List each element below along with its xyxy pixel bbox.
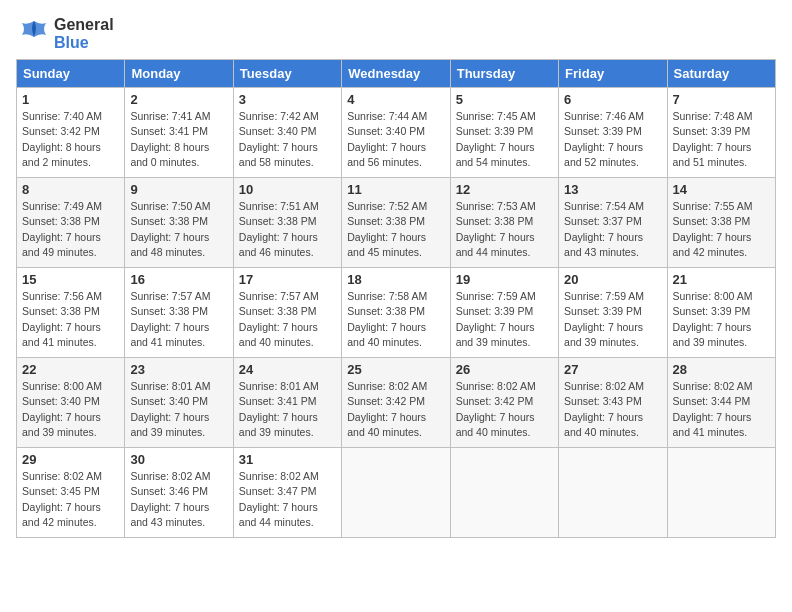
day-info: Sunrise: 8:02 AMSunset: 3:42 PMDaylight:…	[347, 379, 444, 440]
calendar-cell: 14Sunrise: 7:55 AMSunset: 3:38 PMDayligh…	[667, 178, 775, 268]
day-number: 19	[456, 272, 553, 287]
day-number: 14	[673, 182, 770, 197]
calendar-cell: 30Sunrise: 8:02 AMSunset: 3:46 PMDayligh…	[125, 448, 233, 538]
day-info: Sunrise: 8:02 AMSunset: 3:47 PMDaylight:…	[239, 469, 336, 530]
day-info: Sunrise: 7:48 AMSunset: 3:39 PMDaylight:…	[673, 109, 770, 170]
logo-container: General Blue	[16, 16, 114, 51]
col-header-monday: Monday	[125, 60, 233, 88]
calendar-cell: 28Sunrise: 8:02 AMSunset: 3:44 PMDayligh…	[667, 358, 775, 448]
day-number: 2	[130, 92, 227, 107]
day-number: 31	[239, 452, 336, 467]
day-info: Sunrise: 8:01 AMSunset: 3:40 PMDaylight:…	[130, 379, 227, 440]
calendar-cell: 31Sunrise: 8:02 AMSunset: 3:47 PMDayligh…	[233, 448, 341, 538]
day-number: 16	[130, 272, 227, 287]
logo-general-text: General	[54, 16, 114, 33]
day-number: 17	[239, 272, 336, 287]
day-number: 18	[347, 272, 444, 287]
calendar-week-row: 29Sunrise: 8:02 AMSunset: 3:45 PMDayligh…	[17, 448, 776, 538]
day-number: 5	[456, 92, 553, 107]
day-number: 9	[130, 182, 227, 197]
day-info: Sunrise: 8:02 AMSunset: 3:44 PMDaylight:…	[673, 379, 770, 440]
calendar-header-row: SundayMondayTuesdayWednesdayThursdayFrid…	[17, 60, 776, 88]
day-info: Sunrise: 7:45 AMSunset: 3:39 PMDaylight:…	[456, 109, 553, 170]
calendar-cell: 2Sunrise: 7:41 AMSunset: 3:41 PMDaylight…	[125, 88, 233, 178]
page-header: General Blue	[16, 16, 776, 51]
day-info: Sunrise: 8:00 AMSunset: 3:39 PMDaylight:…	[673, 289, 770, 350]
calendar-cell: 6Sunrise: 7:46 AMSunset: 3:39 PMDaylight…	[559, 88, 667, 178]
calendar-week-row: 8Sunrise: 7:49 AMSunset: 3:38 PMDaylight…	[17, 178, 776, 268]
calendar-cell: 3Sunrise: 7:42 AMSunset: 3:40 PMDaylight…	[233, 88, 341, 178]
day-number: 3	[239, 92, 336, 107]
day-number: 13	[564, 182, 661, 197]
day-number: 20	[564, 272, 661, 287]
day-info: Sunrise: 8:02 AMSunset: 3:43 PMDaylight:…	[564, 379, 661, 440]
day-info: Sunrise: 7:50 AMSunset: 3:38 PMDaylight:…	[130, 199, 227, 260]
day-info: Sunrise: 7:41 AMSunset: 3:41 PMDaylight:…	[130, 109, 227, 170]
calendar-week-row: 1Sunrise: 7:40 AMSunset: 3:42 PMDaylight…	[17, 88, 776, 178]
day-info: Sunrise: 7:58 AMSunset: 3:38 PMDaylight:…	[347, 289, 444, 350]
day-number: 25	[347, 362, 444, 377]
calendar-cell: 26Sunrise: 8:02 AMSunset: 3:42 PMDayligh…	[450, 358, 558, 448]
day-info: Sunrise: 7:57 AMSunset: 3:38 PMDaylight:…	[239, 289, 336, 350]
calendar-cell: 21Sunrise: 8:00 AMSunset: 3:39 PMDayligh…	[667, 268, 775, 358]
day-number: 10	[239, 182, 336, 197]
day-number: 6	[564, 92, 661, 107]
calendar-cell: 10Sunrise: 7:51 AMSunset: 3:38 PMDayligh…	[233, 178, 341, 268]
day-info: Sunrise: 8:02 AMSunset: 3:45 PMDaylight:…	[22, 469, 119, 530]
day-info: Sunrise: 7:53 AMSunset: 3:38 PMDaylight:…	[456, 199, 553, 260]
col-header-tuesday: Tuesday	[233, 60, 341, 88]
calendar-cell: 1Sunrise: 7:40 AMSunset: 3:42 PMDaylight…	[17, 88, 125, 178]
day-info: Sunrise: 7:59 AMSunset: 3:39 PMDaylight:…	[456, 289, 553, 350]
logo-bird-icon	[16, 19, 52, 49]
day-number: 22	[22, 362, 119, 377]
day-number: 7	[673, 92, 770, 107]
day-info: Sunrise: 7:46 AMSunset: 3:39 PMDaylight:…	[564, 109, 661, 170]
calendar-table: SundayMondayTuesdayWednesdayThursdayFrid…	[16, 59, 776, 538]
day-number: 26	[456, 362, 553, 377]
calendar-cell: 29Sunrise: 8:02 AMSunset: 3:45 PMDayligh…	[17, 448, 125, 538]
day-number: 29	[22, 452, 119, 467]
calendar-cell: 12Sunrise: 7:53 AMSunset: 3:38 PMDayligh…	[450, 178, 558, 268]
day-number: 21	[673, 272, 770, 287]
col-header-sunday: Sunday	[17, 60, 125, 88]
calendar-cell: 23Sunrise: 8:01 AMSunset: 3:40 PMDayligh…	[125, 358, 233, 448]
calendar-cell: 24Sunrise: 8:01 AMSunset: 3:41 PMDayligh…	[233, 358, 341, 448]
day-info: Sunrise: 7:52 AMSunset: 3:38 PMDaylight:…	[347, 199, 444, 260]
calendar-week-row: 15Sunrise: 7:56 AMSunset: 3:38 PMDayligh…	[17, 268, 776, 358]
calendar-cell: 5Sunrise: 7:45 AMSunset: 3:39 PMDaylight…	[450, 88, 558, 178]
calendar-cell: 19Sunrise: 7:59 AMSunset: 3:39 PMDayligh…	[450, 268, 558, 358]
calendar-cell: 22Sunrise: 8:00 AMSunset: 3:40 PMDayligh…	[17, 358, 125, 448]
calendar-cell: 16Sunrise: 7:57 AMSunset: 3:38 PMDayligh…	[125, 268, 233, 358]
calendar-week-row: 22Sunrise: 8:00 AMSunset: 3:40 PMDayligh…	[17, 358, 776, 448]
calendar-cell: 17Sunrise: 7:57 AMSunset: 3:38 PMDayligh…	[233, 268, 341, 358]
day-number: 24	[239, 362, 336, 377]
day-number: 11	[347, 182, 444, 197]
logo-blue-text: Blue	[54, 34, 89, 51]
calendar-cell	[342, 448, 450, 538]
day-info: Sunrise: 7:42 AMSunset: 3:40 PMDaylight:…	[239, 109, 336, 170]
day-number: 12	[456, 182, 553, 197]
day-info: Sunrise: 7:59 AMSunset: 3:39 PMDaylight:…	[564, 289, 661, 350]
calendar-cell: 18Sunrise: 7:58 AMSunset: 3:38 PMDayligh…	[342, 268, 450, 358]
calendar-cell: 20Sunrise: 7:59 AMSunset: 3:39 PMDayligh…	[559, 268, 667, 358]
calendar-cell: 9Sunrise: 7:50 AMSunset: 3:38 PMDaylight…	[125, 178, 233, 268]
day-number: 23	[130, 362, 227, 377]
day-info: Sunrise: 7:44 AMSunset: 3:40 PMDaylight:…	[347, 109, 444, 170]
col-header-wednesday: Wednesday	[342, 60, 450, 88]
col-header-saturday: Saturday	[667, 60, 775, 88]
calendar-cell: 7Sunrise: 7:48 AMSunset: 3:39 PMDaylight…	[667, 88, 775, 178]
day-info: Sunrise: 7:57 AMSunset: 3:38 PMDaylight:…	[130, 289, 227, 350]
day-info: Sunrise: 7:40 AMSunset: 3:42 PMDaylight:…	[22, 109, 119, 170]
day-info: Sunrise: 7:56 AMSunset: 3:38 PMDaylight:…	[22, 289, 119, 350]
col-header-thursday: Thursday	[450, 60, 558, 88]
calendar-cell	[559, 448, 667, 538]
calendar-cell: 27Sunrise: 8:02 AMSunset: 3:43 PMDayligh…	[559, 358, 667, 448]
calendar-cell: 8Sunrise: 7:49 AMSunset: 3:38 PMDaylight…	[17, 178, 125, 268]
day-info: Sunrise: 7:55 AMSunset: 3:38 PMDaylight:…	[673, 199, 770, 260]
calendar-cell	[450, 448, 558, 538]
day-info: Sunrise: 8:01 AMSunset: 3:41 PMDaylight:…	[239, 379, 336, 440]
day-number: 27	[564, 362, 661, 377]
day-number: 28	[673, 362, 770, 377]
day-number: 4	[347, 92, 444, 107]
day-number: 15	[22, 272, 119, 287]
